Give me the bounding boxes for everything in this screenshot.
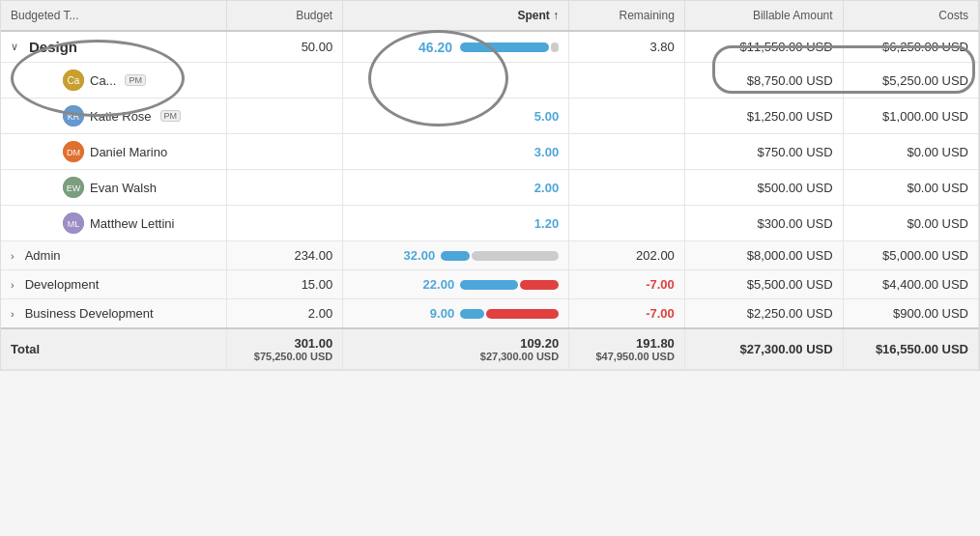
dev-name-cell: › Development (1, 270, 227, 299)
admin-budget-value: 234.00 (294, 248, 332, 263)
total-remaining-cell: 191.80 $47,950.00 USD (569, 328, 685, 370)
total-spent-cell: 109.20 $27,300.00 USD (343, 328, 569, 370)
total-billable-value: $27,300.00 USD (739, 342, 832, 356)
matthew-avatar: ML (63, 212, 84, 234)
daniel-name-cell: DM Daniel Marino (1, 134, 227, 170)
sub1-name-cell: Ca Ca... PM (1, 63, 227, 99)
design-name-cell: ∨ Design (1, 31, 227, 63)
daniel-remaining (569, 134, 685, 170)
evan-spent-cell: 2.00 (343, 170, 569, 206)
daniel-billable: $750.00 USD (684, 134, 843, 170)
dev-costs: $4,400.00 USD (843, 270, 978, 299)
total-budget-usd: $75,250.00 USD (237, 351, 332, 362)
col-header-budget[interactable]: Budget (227, 1, 343, 31)
matthew-spent-cell: 1.20 (343, 206, 569, 241)
admin-billable-value: $8,000.00 USD (747, 248, 833, 263)
admin-costs-value: $5,000.00 USD (882, 248, 968, 263)
col-header-remaining[interactable]: Remaining (569, 1, 685, 31)
col-header-spent-label: Spent ↑ (517, 9, 559, 22)
total-label: Total (11, 342, 40, 356)
katie-label: Katie Rose (90, 109, 152, 124)
total-spent-usd: $27,300.00 USD (353, 351, 559, 362)
evan-billable-value: $500.00 USD (758, 181, 833, 195)
col-header-budgeted[interactable]: Budgeted T... (1, 1, 227, 31)
biz-costs: $900.00 USD (843, 299, 978, 329)
sub1-label: Ca... (90, 73, 116, 88)
biz-budget: 2.00 (227, 299, 343, 329)
biz-spent-cell: 9.00 (343, 299, 569, 329)
total-remaining-hours: 191.80 (579, 336, 675, 351)
total-spent-hours: 109.20 (353, 336, 559, 351)
design-costs-value: $6,250.00 USD (882, 40, 968, 54)
total-remaining-usd: $47,950.00 USD (579, 351, 675, 362)
row-business: › Business Development 2.00 9.00 (1, 299, 979, 329)
matthew-budget (227, 206, 343, 241)
design-bar-gray (551, 42, 559, 52)
design-bar-blue (460, 42, 549, 52)
design-remaining: 3.80 (569, 31, 685, 63)
row-admin: › Admin 234.00 32.00 (1, 241, 979, 270)
admin-name-cell: › Admin (1, 241, 227, 270)
svg-text:Ca: Ca (68, 75, 80, 86)
evan-budget (227, 170, 343, 206)
evan-remaining (569, 170, 685, 206)
sub1-remaining (569, 63, 685, 99)
sub1-billable-value: $8,750.00 USD (747, 73, 833, 88)
dev-remaining-value: -7.00 (646, 277, 675, 292)
row-development: › Development 15.00 22.00 (1, 270, 979, 299)
col-header-billable-label: Billable Amount (753, 9, 833, 22)
sub1-budget (227, 63, 343, 99)
total-costs-value: $16,550.00 USD (876, 342, 968, 356)
col-header-budget-label: Budget (296, 9, 332, 22)
col-header-costs[interactable]: Costs (843, 1, 978, 31)
dev-spent-value: 22.00 (423, 277, 455, 292)
daniel-billable-value: $750.00 USD (758, 145, 833, 159)
admin-spent-cell: 32.00 (343, 241, 569, 270)
daniel-spent-value: 3.00 (534, 145, 559, 159)
admin-bar-blue (441, 251, 470, 261)
design-progress-bar (460, 42, 559, 52)
total-costs: $16,550.00 USD (843, 328, 978, 370)
design-label: Design (29, 39, 77, 55)
row-daniel: DM Daniel Marino 3.00 $750.00 USD $0.00 … (1, 134, 979, 170)
matthew-costs-value: $0.00 USD (907, 216, 968, 231)
biz-bar-red (486, 309, 559, 319)
row-matthew: ML Matthew Lettini 1.20 $300.00 USD $0.0… (1, 206, 979, 241)
katie-name-cell: KR Katie Rose PM (1, 99, 227, 134)
evan-label: Evan Walsh (90, 181, 157, 195)
matthew-spent-value: 1.20 (534, 216, 559, 231)
admin-remaining: 202.00 (569, 241, 685, 270)
biz-billable-value: $2,250.00 USD (747, 306, 833, 321)
chevron-down-icon[interactable]: ∨ (11, 41, 18, 53)
col-header-billable[interactable]: Billable Amount (684, 1, 843, 31)
biz-costs-value: $900.00 USD (893, 306, 968, 321)
matthew-remaining (569, 206, 685, 241)
design-budget-value: 50.00 (302, 40, 333, 54)
biz-spent-value: 9.00 (430, 306, 454, 321)
chevron-right-icon-admin[interactable]: › (11, 250, 14, 262)
katie-pm-badge: PM (160, 110, 182, 122)
matthew-label: Matthew Lettini (90, 216, 174, 231)
row-design-sub1: Ca Ca... PM $8,750.00 USD $5,250.00 USD (1, 63, 979, 99)
matthew-billable: $300.00 USD (684, 206, 843, 241)
admin-progress-bar (441, 251, 559, 261)
katie-billable: $1,250.00 USD (684, 99, 843, 134)
dev-spent-cell: 22.00 (343, 270, 569, 299)
dev-billable: $5,500.00 USD (684, 270, 843, 299)
biz-bar-blue (460, 309, 484, 319)
daniel-spent-cell: 3.00 (343, 134, 569, 170)
chevron-right-icon-dev[interactable]: › (11, 279, 14, 291)
katie-spent-cell: 5.00 (343, 99, 569, 134)
biz-budget-value: 2.00 (308, 306, 332, 321)
col-header-spent[interactable]: Spent ↑ (343, 1, 569, 31)
design-spent-cell: 46.20 (343, 31, 569, 63)
design-remaining-value: 3.80 (650, 40, 675, 54)
admin-label: Admin (25, 248, 61, 263)
admin-billable: $8,000.00 USD (684, 241, 843, 270)
total-budget-cell: 301.00 $75,250.00 USD (227, 328, 343, 370)
col-header-remaining-label: Remaining (619, 9, 674, 22)
daniel-budget (227, 134, 343, 170)
biz-billable: $2,250.00 USD (684, 299, 843, 329)
chevron-right-icon-biz[interactable]: › (11, 308, 14, 320)
total-budget-hours: 301.00 (237, 336, 332, 351)
